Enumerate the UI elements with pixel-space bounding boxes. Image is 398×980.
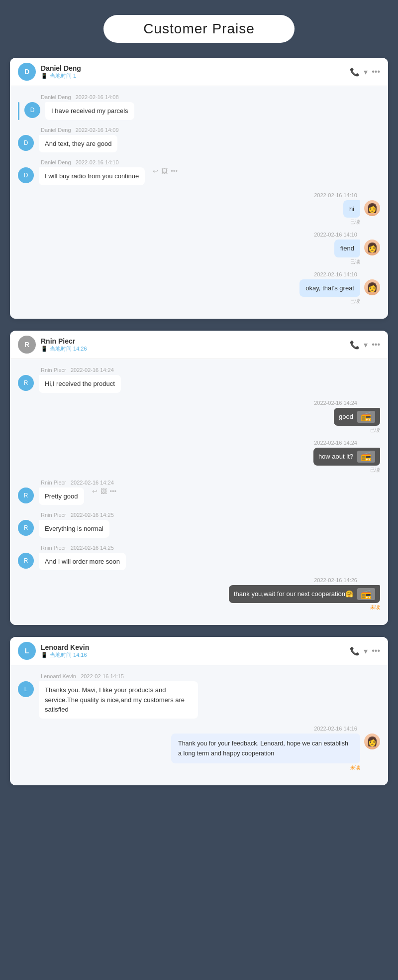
chat-card-1: D Daniel Deng 📱 当地时间 1 📞 ▾ ••• Daniel De… bbox=[10, 58, 388, 319]
phone-icon-2: 📱 bbox=[41, 346, 48, 352]
msg-right-content-lenoard-1: Thank you for your feedback. Lenoard, ho… bbox=[171, 734, 360, 771]
reply-icon[interactable]: ↩ bbox=[153, 167, 158, 175]
contact-time-rnin: 📱 当地时间 14:26 bbox=[41, 345, 87, 353]
msg-status-1: 已读 bbox=[350, 219, 360, 226]
msg-right-row-1: hi 已读 👩 bbox=[343, 200, 380, 226]
msg-avatar-seller-lenoard: 👩 bbox=[364, 734, 380, 749]
call-icon-3[interactable]: 📞 bbox=[350, 646, 360, 656]
chat-header-left-3: L Lenoard Kevin 📱 当地时间 14:16 bbox=[18, 642, 89, 660]
msg-right-meta-lenoard-1: 2022-02-16 14:16 bbox=[314, 726, 357, 732]
msg-group-daniel-2: Daniel Deng 2022-02-16 14:09 D And text,… bbox=[18, 127, 380, 153]
msg-right-meta-rnin-1: 2022-02-16 14:24 bbox=[314, 400, 357, 406]
dropdown-icon[interactable]: ▾ bbox=[364, 67, 368, 77]
more-icon-2[interactable]: ••• bbox=[372, 340, 380, 349]
msg-right-content-2: fiend 已读 bbox=[334, 240, 360, 265]
bubble-actions-rnin-1[interactable]: ↩ 🖼 ••• bbox=[92, 488, 117, 495]
msg-bubble-daniel-3: I will buy radio from you continue bbox=[39, 167, 145, 185]
contact-name-daniel: Daniel Deng bbox=[41, 64, 81, 72]
msg-bubble-right-1: hi bbox=[343, 200, 360, 218]
reply-icon-2[interactable]: ↩ bbox=[92, 488, 98, 495]
chat-body-3: Lenoard Kevin 2022-02-16 14:15 L Thanks … bbox=[10, 665, 388, 785]
call-icon[interactable]: 📞 bbox=[350, 67, 360, 77]
dropdown-icon-2[interactable]: ▾ bbox=[364, 340, 368, 350]
msg-right-group-rnin-3: 2022-02-16 14:26 thank you,wait for our … bbox=[18, 577, 380, 611]
avatar-lenoard: L bbox=[18, 642, 36, 660]
msg-bubble-lenoard-1: Thanks you. Mavi, I like your products a… bbox=[39, 681, 198, 719]
msg-right-meta-3: 2022-02-16 14:10 bbox=[314, 271, 357, 277]
msg-row-rnin-1: R Hi,I received the product bbox=[18, 375, 380, 393]
msg-avatar-daniel-1: D bbox=[24, 102, 40, 118]
msg-right-row-rnin-3: thank you,wait for our next cooperation🤗… bbox=[229, 585, 380, 611]
more-icon[interactable]: ••• bbox=[372, 67, 380, 76]
msg-meta-lenoard-1: Lenoard Kevin 2022-02-16 14:15 bbox=[41, 673, 380, 679]
msg-meta-daniel-2: Daniel Deng 2022-02-16 14:09 bbox=[41, 127, 380, 133]
page-title-wrap: Customer Praise bbox=[10, 15, 388, 43]
msg-meta-rnin-3: Rnin Piecr 2022-02-16 14:25 bbox=[41, 512, 380, 518]
msg-right-content-3: okay, that's great 已读 bbox=[299, 279, 360, 305]
msg-group-daniel-1: Daniel Deng 2022-02-16 14:08 D I have re… bbox=[18, 94, 380, 120]
product-thumbnail-3: 📻 bbox=[357, 588, 375, 600]
msg-bubble-right-2: fiend bbox=[334, 240, 360, 257]
chat-body-2: Rnin Piecr 2022-02-16 14:24 R Hi,I recei… bbox=[10, 359, 388, 625]
page-title: Customer Praise bbox=[103, 15, 295, 43]
more-icon-3[interactable]: ••• bbox=[372, 646, 380, 655]
chat-header-left-1: D Daniel Deng 📱 当地时间 1 bbox=[18, 63, 81, 81]
msg-row-daniel-1: D I have received my parcels bbox=[24, 102, 134, 120]
msg-meta-daniel-1: Daniel Deng 2022-02-16 14:08 bbox=[41, 94, 380, 100]
image-icon-2[interactable]: 🖼 bbox=[100, 488, 107, 495]
msg-bubble-rnin-2: Pretty good bbox=[39, 488, 84, 505]
msg-right-row-rnin-2: how aout it? 📻 已读 bbox=[313, 448, 380, 474]
msg-right-group-rnin-1: 2022-02-16 14:24 good 📻 已读 bbox=[18, 400, 380, 434]
chat-header-right-2[interactable]: 📞 ▾ ••• bbox=[350, 340, 380, 350]
msg-avatar-daniel-2: D bbox=[18, 135, 34, 151]
bubble-actions-1[interactable]: ↩ 🖼 ••• bbox=[153, 167, 178, 175]
phone-icon-3: 📱 bbox=[41, 652, 48, 658]
chat-card-3: L Lenoard Kevin 📱 当地时间 14:16 📞 ▾ ••• Len… bbox=[10, 637, 388, 785]
msg-group-rnin-1: Rnin Piecr 2022-02-16 14:24 R Hi,I recei… bbox=[18, 367, 380, 393]
msg-avatar-daniel-3: D bbox=[18, 167, 34, 183]
msg-right-group-lenoard-1: 2022-02-16 14:16 Thank you for your feed… bbox=[18, 726, 380, 771]
msg-meta-rnin-2: Rnin Piecr 2022-02-16 14:24 bbox=[41, 480, 380, 486]
msg-row-daniel-2: D And text, they are good bbox=[18, 135, 380, 153]
msg-status-rnin-1: 已读 bbox=[370, 427, 380, 434]
msg-row-daniel-3: D I will buy radio from you continue ↩ 🖼… bbox=[18, 167, 380, 185]
msg-bubble-daniel-2: And text, they are good bbox=[39, 135, 117, 153]
msg-avatar-rnin-2: R bbox=[18, 488, 34, 503]
product-thumbnail-1: 📻 bbox=[357, 411, 375, 423]
msg-avatar-seller-1: 👩 bbox=[364, 200, 380, 216]
chat-card-2: R Rnin Piecr 📱 当地时间 14:26 📞 ▾ ••• Rnin P… bbox=[10, 331, 388, 625]
msg-meta-rnin-1: Rnin Piecr 2022-02-16 14:24 bbox=[41, 367, 380, 373]
contact-name-rnin: Rnin Piecr bbox=[41, 337, 87, 345]
phone-icon: 📱 bbox=[41, 73, 48, 79]
msg-right-content-rnin-3: thank you,wait for our next cooperation🤗… bbox=[229, 585, 380, 611]
chat-header-3: L Lenoard Kevin 📱 当地时间 14:16 📞 ▾ ••• bbox=[10, 637, 388, 665]
msg-meta-rnin-4: Rnin Piecr 2022-02-16 14:25 bbox=[41, 545, 380, 551]
msg-right-group-daniel-2: 2022-02-16 14:10 fiend 已读 👩 bbox=[18, 232, 380, 265]
msg-status-rnin-3: 未读 bbox=[370, 604, 380, 611]
image-icon[interactable]: 🖼 bbox=[161, 167, 168, 175]
msg-group-daniel-3: Daniel Deng 2022-02-16 14:10 D I will bu… bbox=[18, 159, 380, 185]
dropdown-icon-3[interactable]: ▾ bbox=[364, 646, 368, 656]
call-icon-2[interactable]: 📞 bbox=[350, 340, 360, 350]
msg-bubble-rnin-right-3: thank you,wait for our next cooperation🤗… bbox=[229, 585, 380, 603]
msg-avatar-lenoard-1: L bbox=[18, 681, 34, 697]
thank-bubble-1: Thank you for your feedback. Lenoard, ho… bbox=[171, 734, 360, 763]
msg-row-rnin-3: R Everything is normal bbox=[18, 520, 380, 538]
msg-avatar-rnin-4: R bbox=[18, 553, 34, 569]
chat-header-1: D Daniel Deng 📱 当地时间 1 📞 ▾ ••• bbox=[10, 58, 388, 86]
blue-line-wrap-1: D I have received my parcels bbox=[18, 102, 380, 120]
name-group-lenoard: Lenoard Kevin 📱 当地时间 14:16 bbox=[41, 643, 89, 659]
msg-row-rnin-2: R Pretty good ↩ 🖼 ••• bbox=[18, 488, 380, 505]
more-bubble-icon-2[interactable]: ••• bbox=[110, 488, 117, 495]
msg-right-meta-rnin-2: 2022-02-16 14:24 bbox=[314, 440, 357, 446]
msg-right-group-daniel-3: 2022-02-16 14:10 okay, that's great 已读 👩 bbox=[18, 271, 380, 305]
msg-right-row-2: fiend 已读 👩 bbox=[334, 240, 380, 265]
msg-right-row-3: okay, that's great 已读 👩 bbox=[299, 279, 380, 305]
chat-header-right-3[interactable]: 📞 ▾ ••• bbox=[350, 646, 380, 656]
chat-body-1: Daniel Deng 2022-02-16 14:08 D I have re… bbox=[10, 86, 388, 319]
msg-avatar-seller-2: 👩 bbox=[364, 240, 380, 255]
more-bubble-icon[interactable]: ••• bbox=[171, 167, 178, 175]
chat-header-right-1[interactable]: 📞 ▾ ••• bbox=[350, 67, 380, 77]
msg-bubble-rnin-1: Hi,I received the product bbox=[39, 375, 121, 393]
avatar-rnin: R bbox=[18, 336, 36, 354]
